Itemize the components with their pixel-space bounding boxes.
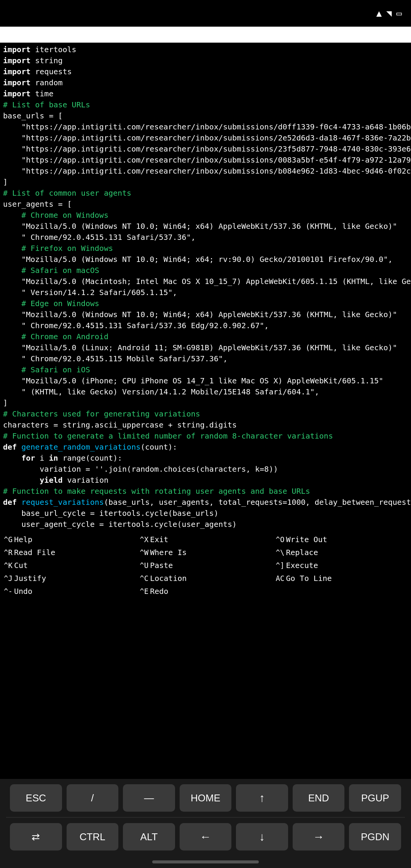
nano-header (0, 27, 411, 43)
home-indicator (0, 856, 411, 868)
code-line: "https://app.intigriti.com/researcher/in… (3, 155, 408, 166)
code-line: " Version/14.1.2 Safari/605.1.15", (3, 287, 408, 298)
code-line: user_agents = [ (3, 199, 408, 210)
shortcut-item: ^] Execute (274, 559, 409, 572)
keyboard-key[interactable]: CTRL (67, 823, 119, 850)
code-line: ] (3, 397, 408, 408)
shortcut-item: ^G Help (2, 533, 137, 546)
shortcut-label: Location (150, 573, 186, 583)
keyboard-key[interactable]: / (67, 784, 119, 812)
shortcut-label: Where Is (150, 547, 186, 557)
keyboard-key[interactable]: PGUP (349, 784, 401, 812)
code-line: ] (3, 177, 408, 188)
shortcut-key: ^J (4, 574, 13, 583)
code-line: "Mozilla/5.0 (Windows NT 10.0; Win64; x6… (3, 309, 408, 320)
shortcut-key: ^O (276, 535, 285, 544)
shortcut-key: ^K (4, 561, 13, 570)
shortcut-label: Cut (14, 560, 28, 570)
shortcut-item: AC Go To Line (274, 572, 409, 585)
code-line: # Edge on Windows (3, 298, 408, 309)
shortcut-label: Replace (286, 547, 318, 557)
keyboard-key[interactable]: END (293, 784, 345, 812)
code-line: import time (3, 88, 408, 99)
shortcut-key: ^W (140, 548, 148, 557)
keyboard-key[interactable]: ↑ (236, 784, 288, 812)
keyboard-key[interactable]: — (123, 784, 175, 812)
shortcut-key: ^C (140, 574, 148, 583)
status-bar: ▲ ◥ ▭ (0, 0, 411, 27)
code-line: # Chrome on Android (3, 331, 408, 342)
shortcuts-bar: ^G Help ^X Exit ^O Write Out ^R Read Fil… (0, 530, 411, 599)
code-line: " Chrome/92.0.4515.131 Safari/537.36", (3, 232, 408, 243)
keyboard-key[interactable]: ESC (10, 784, 62, 812)
code-line: # Safari on iOS (3, 364, 408, 375)
shortcut-label: Justify (14, 573, 46, 583)
shortcut-label: Go To Line (286, 573, 331, 583)
code-line: "https://app.intigriti.com/researcher/in… (3, 132, 408, 144)
shortcut-item: ^W Where Is (137, 546, 273, 559)
code-line: # List of base URLs (3, 99, 408, 110)
keyboard-key[interactable]: → (293, 823, 345, 850)
shortcut-item: ^E Redo (137, 585, 273, 598)
code-line: import requests (3, 66, 408, 77)
code-line: for i in range(count): (3, 453, 408, 464)
code-line: "https://app.intigriti.com/researcher/in… (3, 144, 408, 155)
keyboard-row-2: ⇄CTRLALT←↓→PGDN (0, 818, 411, 856)
code-line: # Safari on macOS (3, 265, 408, 276)
code-line: "Mozilla/5.0 (Windows NT 10.0; Win64; x6… (3, 221, 408, 232)
home-bar (152, 860, 259, 863)
shortcut-label: Paste (150, 560, 173, 570)
keyboard-key[interactable]: ← (180, 823, 232, 850)
shortcut-key: ^X (140, 535, 148, 544)
code-line: # Chrome on Windows (3, 210, 408, 221)
code-line: " Chrome/92.0.4515.115 Mobile Safari/537… (3, 353, 408, 364)
keyboard-key[interactable]: HOME (180, 784, 232, 812)
shortcut-label: Exit (150, 535, 168, 544)
shortcut-item: ^X Exit (137, 533, 273, 546)
shortcut-label: Help (14, 535, 32, 544)
shortcut-item: ^C Location (137, 572, 273, 585)
code-line: import itertools (3, 44, 408, 55)
shortcut-item: ^U Paste (137, 559, 273, 572)
shortcut-label: Write Out (286, 535, 327, 544)
shortcut-label: Read File (14, 547, 55, 557)
code-line: def generate_random_variations(count): (3, 442, 408, 453)
shortcut-key: ^E (140, 587, 148, 596)
code-line: user_agent_cycle = itertools.cycle(user_… (3, 519, 408, 530)
status-icons: ▲ ◥ ▭ (376, 8, 402, 19)
keyboard-key[interactable]: PGDN (349, 823, 401, 850)
shortcut-label: Undo (14, 586, 32, 596)
shortcut-item: ^R Read File (2, 546, 137, 559)
code-line: "Mozilla/5.0 (iPhone; CPU iPhone OS 14_7… (3, 375, 408, 386)
shortcut-item: ^O Write Out (274, 533, 409, 546)
code-line: yield variation (3, 475, 408, 486)
keyboard[interactable]: ESC/—HOME↑ENDPGUP ⇄CTRLALT←↓→PGDN (0, 779, 411, 868)
keyboard-key[interactable]: ↓ (236, 823, 288, 850)
code-editor[interactable]: import itertoolsimport stringimport requ… (0, 43, 411, 530)
code-line: " Chrome/92.0.4515.131 Safari/537.36 Edg… (3, 320, 408, 331)
code-line: "Mozilla/5.0 (Linux; Android 11; SM-G981… (3, 342, 408, 353)
shortcut-key: ^\ (276, 548, 285, 557)
shortcut-key: ^U (140, 561, 148, 570)
keyboard-key[interactable]: ALT (123, 823, 175, 850)
shortcut-key: ^] (276, 561, 285, 570)
code-line: import string (3, 55, 408, 66)
keyboard-key[interactable]: ⇄ (10, 823, 62, 850)
wifi-icon: ▲ (376, 8, 382, 19)
shortcut-key: ^- (4, 587, 13, 596)
shortcut-item: ^- Undo (2, 585, 137, 598)
shortcut-label: Redo (150, 586, 168, 596)
code-line: "https://app.intigriti.com/researcher/in… (3, 166, 408, 177)
code-line: # Function to make requests with rotatin… (3, 486, 408, 497)
code-line: variation = ''.join(random.choices(chara… (3, 464, 408, 475)
shortcut-key: AC (276, 574, 285, 583)
code-line: " (KHTML, like Gecko) Version/14.1.2 Mob… (3, 386, 408, 397)
code-line: "https://app.intigriti.com/researcher/in… (3, 121, 408, 132)
code-line: def request_variations(base_urls, user_a… (3, 497, 408, 508)
code-line: base_url_cycle = itertools.cycle(base_ur… (3, 508, 408, 519)
shortcut-item: ^\ Replace (274, 546, 409, 559)
keyboard-row-1: ESC/—HOME↑ENDPGUP (0, 779, 411, 817)
code-line: # Characters used for generating variati… (3, 408, 408, 420)
code-line: characters = string.ascii_uppercase + st… (3, 420, 408, 431)
code-line: # Firefox on Windows (3, 243, 408, 254)
